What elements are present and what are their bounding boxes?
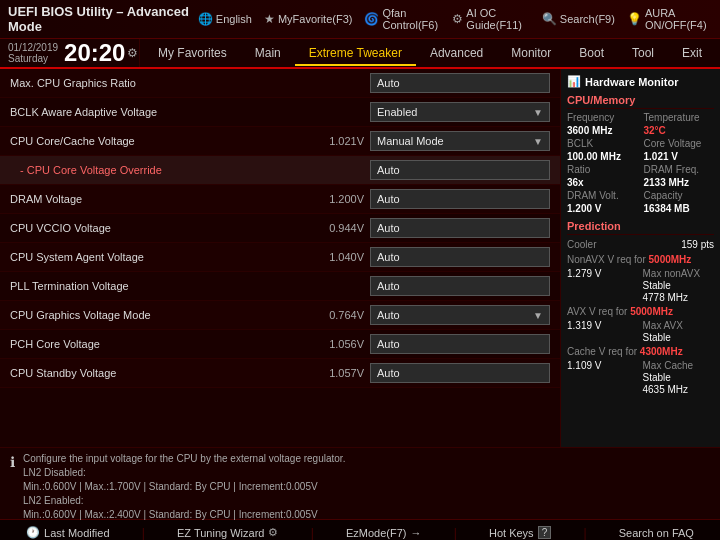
qfan-icon[interactable]: 🌀Qfan Control(F6) (364, 7, 440, 31)
setting-control-6[interactable]: Auto (370, 247, 550, 267)
myfavorites-icon[interactable]: ★MyFavorite(F3) (264, 12, 353, 26)
setting-row-1: BCLK Aware Adaptive VoltageEnabled▼ (0, 98, 560, 127)
setting-value-9: 1.056V (290, 338, 370, 350)
setting-label-5: CPU VCCIO Voltage (10, 222, 290, 234)
aura-icon[interactable]: 💡AURA ON/OFF(F4) (627, 7, 712, 31)
hot-keys-button[interactable]: Hot Keys ? (489, 526, 551, 539)
setting-control-9[interactable]: Auto (370, 334, 550, 354)
last-modified-button[interactable]: 🕐 Last Modified (26, 526, 109, 539)
auto-field-4[interactable]: Auto (370, 189, 550, 209)
nav-item-main[interactable]: Main (241, 42, 295, 64)
setting-control-5[interactable]: Auto (370, 218, 550, 238)
auto-field-7[interactable]: Auto (370, 276, 550, 296)
dram-freq-value: 2133 MHz (644, 177, 715, 188)
avx-volts: 1.319 V Max AVX Stable (567, 320, 714, 343)
setting-value-6: 1.040V (290, 251, 370, 263)
core-volt-value: 1.021 V (644, 151, 715, 162)
nonavx-volts: 1.279 V Max nonAVX Stable 4778 MHz (567, 268, 714, 303)
dram-volt-value: 1.200 V (567, 203, 638, 214)
avx-req-value: 1.319 V (567, 320, 639, 331)
language-icon[interactable]: 🌐English (198, 12, 252, 26)
footer-sep4: | (583, 526, 586, 540)
ai-oc-icon[interactable]: ⚙AI OC Guide(F11) (452, 7, 530, 31)
setting-value-4: 1.200V (290, 193, 370, 205)
max-avx-label: Max AVX (643, 320, 715, 331)
setting-label-6: CPU System Agent Voltage (10, 251, 290, 263)
dram-freq-label: DRAM Freq. (644, 164, 715, 175)
setting-control-0[interactable]: Auto (370, 73, 550, 93)
capacity-label: Capacity (644, 190, 715, 201)
max-avx-value: Stable (643, 332, 715, 343)
setting-row-9: PCH Core Voltage1.056VAuto (0, 330, 560, 359)
dram-volt-label: DRAM Volt. (567, 190, 638, 201)
title-text: UEFI BIOS Utility – Advanced Mode (8, 4, 198, 34)
setting-row-0: Max. CPU Graphics RatioAuto (0, 69, 560, 98)
prediction-title: Prediction (567, 220, 714, 235)
setting-control-7[interactable]: Auto (370, 276, 550, 296)
nav-item-boot[interactable]: Boot (565, 42, 618, 64)
history-icon: 🕐 (26, 526, 40, 539)
dropdown-field-1[interactable]: Enabled▼ (370, 102, 550, 122)
gear-icon[interactable]: ⚙ (127, 46, 138, 60)
footer: 🕐 Last Modified | EZ Tuning Wizard ⚙ | E… (0, 519, 720, 540)
cache-req-freq: 4300MHz (640, 346, 683, 357)
ez-mode-button[interactable]: EzMode(F7) → (346, 527, 422, 539)
dropdown-field-8[interactable]: Auto▼ (370, 305, 550, 325)
setting-control-8[interactable]: Auto▼ (370, 305, 550, 325)
qfan-icon-sym: 🌀 (364, 12, 379, 26)
time-display: 20:20 (64, 41, 125, 65)
date-line1: 01/12/2019 (8, 42, 58, 53)
setting-row-3: - CPU Core Voltage OverrideAuto (0, 156, 560, 185)
max-cache-value: Stable (643, 372, 715, 383)
footer-sep3: | (454, 526, 457, 540)
ez-tuning-button[interactable]: EZ Tuning Wizard ⚙ (177, 526, 278, 539)
search-faq-button[interactable]: Search on FAQ (619, 527, 694, 539)
cpu-memory-section: CPU/Memory (567, 94, 714, 109)
footer-sep1: | (142, 526, 145, 540)
setting-row-7: PLL Termination VoltageAuto (0, 272, 560, 301)
language-icon-sym: 🌐 (198, 12, 213, 26)
auto-field-9[interactable]: Auto (370, 334, 550, 354)
setting-value-8: 0.764V (290, 309, 370, 321)
setting-label-1: BCLK Aware Adaptive Voltage (10, 106, 320, 118)
setting-row-5: CPU VCCIO Voltage0.944VAuto (0, 214, 560, 243)
auto-field-5[interactable]: Auto (370, 218, 550, 238)
nav-item-tool[interactable]: Tool (618, 42, 668, 64)
setting-control-2[interactable]: Manual Mode▼ (370, 131, 550, 151)
search-icon[interactable]: 🔍Search(F9) (542, 12, 615, 26)
core-volt-label: Core Voltage (644, 138, 715, 149)
setting-row-8: CPU Graphics Voltage Mode0.764VAuto▼ (0, 301, 560, 330)
nav-item-my-favorites[interactable]: My Favorites (144, 42, 241, 64)
nav-item-extreme-tweaker[interactable]: Extreme Tweaker (295, 42, 416, 66)
max-cache-label: Max Cache (643, 360, 715, 371)
aura-icon-sym: 💡 (627, 12, 642, 26)
ai-oc-icon-sym: ⚙ (452, 12, 463, 26)
auto-field-3[interactable]: Auto (370, 160, 550, 180)
hw-monitor-title: 📊 Hardware Monitor (567, 75, 714, 88)
auto-field-0[interactable]: Auto (370, 73, 550, 93)
date-line2: Saturday (8, 53, 58, 64)
dropdown-arrow-2: ▼ (533, 136, 543, 147)
content-area: Max. CPU Graphics RatioAutoBCLK Aware Ad… (0, 69, 720, 447)
nav-item-monitor[interactable]: Monitor (497, 42, 565, 64)
temp-label: Temperature (644, 112, 715, 123)
setting-row-6: CPU System Agent Voltage1.040VAuto (0, 243, 560, 272)
nav-item-exit[interactable]: Exit (668, 42, 716, 64)
auto-field-10[interactable]: Auto (370, 363, 550, 383)
nonavx-req-label: NonAVX V req (567, 254, 631, 265)
setting-control-10[interactable]: Auto (370, 363, 550, 383)
setting-label-9: PCH Core Voltage (10, 338, 290, 350)
cache-req-value: 1.109 V (567, 360, 639, 371)
auto-field-6[interactable]: Auto (370, 247, 550, 267)
cache-row: Cache V req for 4300MHz (567, 346, 714, 357)
dropdown-field-2[interactable]: Manual Mode▼ (370, 131, 550, 151)
monitor-icon: 📊 (567, 75, 581, 88)
nav-item-advanced[interactable]: Advanced (416, 42, 497, 64)
nonavx-req-freq: 5000MHz (649, 254, 692, 265)
setting-control-1[interactable]: Enabled▼ (370, 102, 550, 122)
settings-list: Max. CPU Graphics RatioAutoBCLK Aware Ad… (0, 69, 560, 388)
nonavx-req-value: 1.279 V (567, 268, 639, 279)
setting-control-4[interactable]: Auto (370, 189, 550, 209)
hotkey-badge: ? (538, 526, 552, 539)
setting-control-3[interactable]: Auto (370, 160, 550, 180)
